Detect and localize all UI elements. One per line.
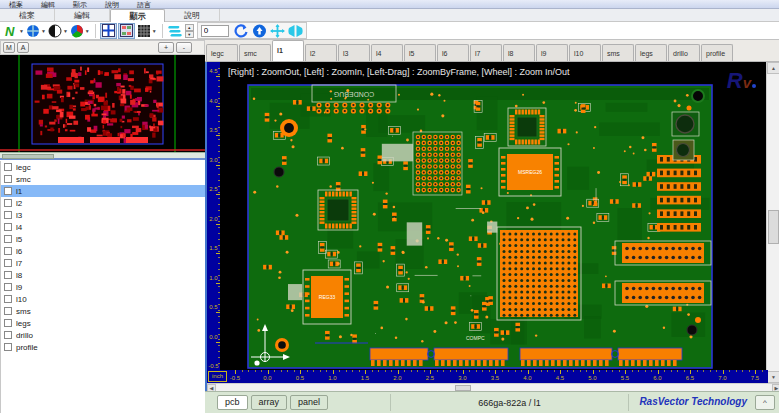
layer-tab-l3[interactable]: l3 (338, 44, 370, 61)
layer-checkbox-drillo[interactable] (4, 331, 12, 339)
layer-checkbox-l10[interactable] (4, 295, 12, 303)
layer-checkbox-l1[interactable] (4, 187, 12, 195)
menu-item-編輯[interactable]: 編輯 (32, 0, 64, 9)
ruler-tick (242, 370, 243, 372)
layer-checkbox-smc[interactable] (4, 175, 12, 183)
layer-checkbox-profile[interactable] (4, 343, 12, 351)
layer-tab-profile[interactable]: profile (701, 44, 733, 61)
pcb-canvas[interactable]: CONDEBUGMSREG26REG33COMPC [Right] : Zoom… (220, 62, 766, 370)
layer-list-item-l3[interactable]: l3 (1, 209, 205, 221)
layer-checkbox-l9[interactable] (4, 283, 12, 291)
pan-icon[interactable] (270, 24, 285, 38)
scrollbar-thumb[interactable] (2, 154, 54, 159)
board-mode-buttons: pcbarraypanel (217, 395, 331, 410)
rotate-icon[interactable] (233, 24, 249, 38)
layer-checkbox-legc[interactable] (4, 163, 12, 171)
fit-view-icon[interactable] (252, 24, 267, 38)
horizontal-scrollbar[interactable]: ◀ ▶ (207, 383, 779, 391)
layer-tab-l2[interactable]: l2 (305, 44, 337, 61)
layer-checkbox-l8[interactable] (4, 271, 12, 279)
spinner-up-icon[interactable]: ▲ (185, 24, 194, 31)
layer-list-item-l8[interactable]: l8 (1, 269, 205, 281)
layer-tab-sms[interactable]: sms (602, 44, 634, 61)
layer-tab-legs[interactable]: legs (635, 44, 667, 61)
menu-item-說明[interactable]: 說明 (96, 0, 128, 9)
scrollbar-thumb[interactable] (768, 210, 779, 244)
mirror-icon[interactable] (288, 24, 303, 38)
spinner-down-icon[interactable]: ▼ (185, 31, 194, 38)
chevron-down-icon[interactable]: ▼ (63, 28, 68, 34)
layer-checkbox-sms[interactable] (4, 307, 12, 315)
layer-list-item-l10[interactable]: l10 (1, 293, 205, 305)
layer-list-item-profile[interactable]: profile (1, 341, 205, 353)
layer-list-item-l7[interactable]: l7 (1, 257, 205, 269)
layer-list-item-l6[interactable]: l6 (1, 245, 205, 257)
layer-tab-l10[interactable]: l10 (569, 44, 601, 61)
layer-checkbox-l2[interactable] (4, 199, 12, 207)
ruler-tick-label: 5.5 (621, 375, 629, 381)
menu-item-檔案[interactable]: 檔案 (0, 0, 32, 9)
chevron-down-icon[interactable]: ▼ (19, 28, 24, 34)
layer-checkbox-l4[interactable] (4, 223, 12, 231)
ruler-tick (703, 370, 704, 372)
layer-list-item-legc[interactable]: legc (1, 161, 205, 173)
status-button-pcb[interactable]: pcb (217, 395, 248, 410)
zoom-out-button[interactable]: - (176, 42, 192, 53)
scroll-up-icon[interactable]: ▲ (767, 62, 779, 74)
layer-list-item-legs[interactable]: legs (1, 317, 205, 329)
chevron-down-icon[interactable]: ▼ (85, 28, 90, 34)
layer-tab-smc[interactable]: smc (239, 44, 271, 61)
svg-text:N: N (5, 24, 15, 38)
ribbon-tab-顯示[interactable]: 顯示 (110, 9, 165, 22)
grid-button[interactable]: ▼ (136, 23, 158, 39)
layer-checkbox-l3[interactable] (4, 211, 12, 219)
layer-list-item-l1[interactable]: l1 (1, 185, 205, 197)
layer-list-item-l4[interactable]: l4 (1, 221, 205, 233)
collapse-button[interactable]: ^ (755, 395, 775, 410)
contrast-button[interactable]: ▼ (47, 23, 69, 39)
mode-a-button[interactable]: A (17, 42, 29, 53)
layer-checkbox-l6[interactable] (4, 247, 12, 255)
single-view-toggle[interactable] (100, 23, 117, 39)
layer-checkbox-legs[interactable] (4, 319, 12, 327)
layer-list-item-drillo[interactable]: drillo (1, 329, 205, 341)
layer-list-item-l9[interactable]: l9 (1, 281, 205, 293)
color-wheel-button[interactable]: ▼ (69, 23, 91, 39)
ribbon-tab-編輯[interactable]: 編輯 (55, 9, 110, 22)
mode-m-button[interactable]: M (3, 42, 15, 53)
multi-view-toggle[interactable] (118, 23, 135, 39)
layer-tab-l9[interactable]: l9 (536, 44, 568, 61)
chevron-down-icon[interactable]: ▼ (152, 28, 157, 34)
layers-stack-button[interactable] (167, 23, 183, 39)
layer-checkbox-l7[interactable] (4, 259, 12, 267)
layer-tab-l1[interactable]: l1 (272, 40, 304, 61)
ribbon-tab-說明[interactable]: 說明 (165, 9, 220, 22)
pcb-thumbnail[interactable] (0, 55, 205, 152)
layer-tab-l6[interactable]: l6 (437, 44, 469, 61)
layer-list-item-smc[interactable]: smc (1, 173, 205, 185)
layer-color-button[interactable]: N ▼ (3, 23, 25, 39)
vertical-scrollbar[interactable]: ▲ ▼ (766, 62, 779, 383)
sphere-view-button[interactable]: ▼ (25, 23, 47, 39)
ribbon-tab-檔案[interactable]: 檔案 (0, 9, 55, 22)
status-button-array[interactable]: array (251, 395, 288, 410)
menu-item-語言[interactable]: 語言 (128, 0, 160, 9)
layer-list-item-l5[interactable]: l5 (1, 233, 205, 245)
layer-tab-l4[interactable]: l4 (371, 44, 403, 61)
layer-list-item-sms[interactable]: sms (1, 305, 205, 317)
layer-tab-l5[interactable]: l5 (404, 44, 436, 61)
zoom-in-button[interactable]: + (158, 42, 174, 53)
scroll-down-icon[interactable]: ▼ (767, 371, 779, 383)
layer-tab-legc[interactable]: legc (206, 44, 238, 61)
layer-list-item-l2[interactable]: l2 (1, 197, 205, 209)
layer-tab-l7[interactable]: l7 (470, 44, 502, 61)
rotation-input[interactable] (201, 25, 229, 37)
layer-checkbox-l5[interactable] (4, 235, 12, 243)
layer-spinner[interactable]: ▲ ▼ (185, 24, 194, 38)
status-button-panel[interactable]: panel (290, 395, 328, 410)
layer-tab-drillo[interactable]: drillo (668, 44, 700, 61)
menu-item-顯示[interactable]: 顯示 (64, 0, 96, 9)
chevron-down-icon[interactable]: ▼ (41, 28, 46, 34)
thumbnail-scrollbar[interactable] (0, 152, 205, 160)
layer-tab-l8[interactable]: l8 (503, 44, 535, 61)
